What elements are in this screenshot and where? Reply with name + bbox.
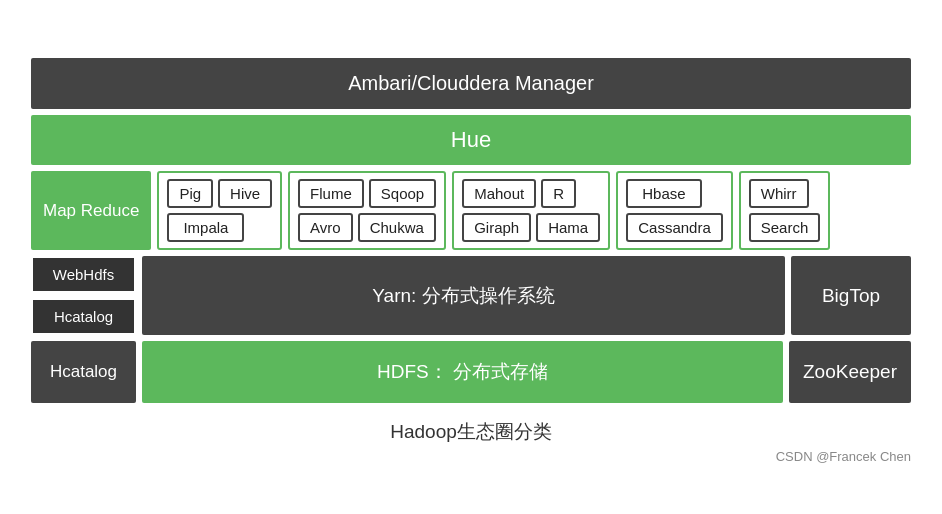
hcatalog-top-label: Hcatalog [54, 308, 113, 325]
group3-row1: Mahout R [462, 179, 600, 208]
hcatalog-top-cell: Hcatalog [31, 298, 136, 335]
yarn-row: WebHdfs Hcatalog Yarn: 分布式操作系统 BigTop [31, 256, 911, 335]
hdfs-row: Hcatalog HDFS： 分布式存储 ZooKeeper [31, 341, 911, 403]
whirr-tag: Whirr [749, 179, 809, 208]
sqoop-tag: Sqoop [369, 179, 436, 208]
components-row: Map Reduce Pig Hive Impala Flume Sqoop A… [31, 171, 911, 250]
group2-row2: Avro Chukwa [298, 213, 436, 242]
group2-row1: Flume Sqoop [298, 179, 436, 208]
webhdfs-cell: WebHdfs [31, 256, 136, 293]
attribution: CSDN @Francek Chen [31, 449, 911, 464]
hue-label: Hue [451, 127, 491, 152]
pig-tag: Pig [167, 179, 213, 208]
yarn-label: Yarn: 分布式操作系统 [372, 283, 554, 309]
group4-row2: Cassandra [626, 213, 723, 242]
group2-cell: Flume Sqoop Avro Chukwa [288, 171, 446, 250]
ambari-bar: Ambari/Clouddera Manager [31, 58, 911, 109]
caption: Hadoop生态圈分类 [31, 419, 911, 445]
mapreduce-label: Map Reduce [43, 201, 139, 221]
ambari-label: Ambari/Clouddera Manager [348, 72, 594, 94]
group1-row1: Pig Hive [167, 179, 272, 208]
rightmost-group: Hbase Cassandra Whirr Search [616, 171, 830, 250]
diagram-wrapper: Ambari/Clouddera Manager Hue Map Reduce … [31, 58, 911, 464]
mapreduce-cell: Map Reduce [31, 171, 151, 250]
zookeeper-label: ZooKeeper [803, 361, 897, 383]
hama-tag: Hama [536, 213, 600, 242]
group5-row1: Whirr [749, 179, 821, 208]
attribution-label: CSDN @Francek Chen [776, 449, 911, 464]
hdfs-cell: HDFS： 分布式存储 [142, 341, 783, 403]
hue-bar: Hue [31, 115, 911, 165]
hdfs-label: HDFS： 分布式存储 [377, 359, 548, 385]
caption-label: Hadoop生态圈分类 [390, 421, 552, 442]
zookeeper-cell: ZooKeeper [789, 341, 911, 403]
bigtop-cell: BigTop [791, 256, 911, 335]
group1-cell: Pig Hive Impala [157, 171, 282, 250]
group5-row2: Search [749, 213, 821, 242]
group5-cell: Whirr Search [739, 171, 831, 250]
group3-row2: Giraph Hama [462, 213, 600, 242]
yarn-cell: Yarn: 分布式操作系统 [142, 256, 785, 335]
avro-tag: Avro [298, 213, 353, 242]
hcatalog-bottom-cell: Hcatalog [31, 341, 136, 403]
giraph-tag: Giraph [462, 213, 531, 242]
chukwa-tag: Chukwa [358, 213, 436, 242]
r-tag: R [541, 179, 576, 208]
group3-cell: Mahout R Giraph Hama [452, 171, 610, 250]
search-tag: Search [749, 213, 821, 242]
hive-tag: Hive [218, 179, 272, 208]
bigtop-label: BigTop [822, 285, 880, 307]
flume-tag: Flume [298, 179, 364, 208]
impala-tag: Impala [167, 213, 244, 242]
group4-cell: Hbase Cassandra [616, 171, 733, 250]
cassandra-tag: Cassandra [626, 213, 723, 242]
group1-row2: Impala [167, 213, 272, 242]
hcatalog-bottom-label: Hcatalog [50, 362, 117, 382]
webhdfs-label: WebHdfs [53, 266, 114, 283]
webhdfs-hcatalog-cell: WebHdfs Hcatalog [31, 256, 136, 335]
mahout-tag: Mahout [462, 179, 536, 208]
group4-row1: Hbase [626, 179, 723, 208]
hbase-tag: Hbase [626, 179, 701, 208]
